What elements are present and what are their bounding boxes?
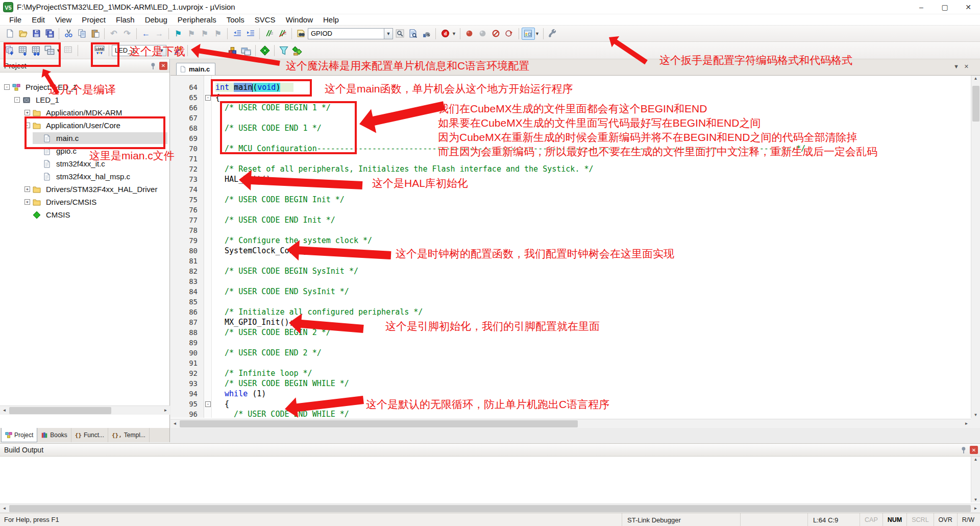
code-line-85[interactable]: 85	[170, 297, 971, 307]
menu-peripherals[interactable]: Peripherals	[173, 14, 222, 25]
menu-tools[interactable]: Tools	[222, 14, 250, 25]
window-layout-icon-dropdown[interactable]: ▼	[535, 31, 540, 36]
tree-item-main-c[interactable]: main.c	[0, 132, 169, 145]
build-icon[interactable]	[16, 44, 30, 57]
window-layout-icon[interactable]	[522, 28, 535, 40]
menu-help[interactable]: Help	[318, 14, 344, 25]
pin-icon[interactable]	[960, 446, 968, 454]
scroll-up-icon[interactable]: ▲	[971, 457, 980, 462]
scroll-right-icon[interactable]: ►	[161, 406, 170, 415]
expand-icon[interactable]: +	[24, 199, 30, 205]
target-dropdown-icon[interactable]: ▼	[158, 45, 166, 56]
code-line-87[interactable]: 87 MX_GPIO_Init();	[170, 317, 971, 327]
code-line-73[interactable]: 73 HAL_Init();	[170, 174, 971, 184]
uncomment-icon[interactable]	[276, 28, 289, 40]
code-line-80[interactable]: 80 SystemClock_Config();	[170, 246, 971, 256]
code-line-82[interactable]: 82 /* USER CODE BEGIN SysInit */	[170, 266, 971, 276]
code-line-94[interactable]: 94 while (1)	[170, 389, 971, 399]
code-line-72[interactable]: 72 /* Reset of all peripherals, Initiali…	[170, 164, 971, 174]
editor-hscrollbar[interactable]: ◄ ►	[170, 419, 971, 428]
expand-icon[interactable]: +	[24, 110, 30, 115]
menu-view[interactable]: View	[50, 14, 77, 25]
paste-icon[interactable]	[88, 28, 102, 40]
stop-build-icon[interactable]	[62, 44, 75, 57]
code-line-91[interactable]: 91	[170, 358, 971, 368]
code-line-81[interactable]: 81	[170, 256, 971, 266]
menu-project[interactable]: Project	[77, 14, 111, 25]
code-line-88[interactable]: 88 /* USER CODE BEGIN 2 */	[170, 327, 971, 338]
previous-bookmark-icon[interactable]: ⚑	[185, 28, 198, 40]
batch-build-icon-dropdown[interactable]: ▼	[56, 48, 61, 53]
tab-list-dropdown-icon[interactable]: ▼	[953, 63, 959, 70]
code-line-83[interactable]: 83	[170, 276, 971, 286]
undo-icon[interactable]: ↶	[107, 28, 120, 40]
collapse-icon[interactable]: -	[14, 97, 20, 103]
scroll-up-icon[interactable]: ▲	[971, 76, 980, 81]
menu-edit[interactable]: Edit	[27, 14, 50, 25]
unindent-icon[interactable]	[230, 28, 243, 40]
code-line-71[interactable]: 71	[170, 154, 971, 164]
project-hscrollbar[interactable]: ◄ ►	[0, 405, 170, 415]
search-input[interactable]	[311, 30, 384, 37]
panel-tab-templ[interactable]: {},Templ...	[108, 428, 150, 442]
debug-gamepad-icon[interactable]	[420, 28, 433, 40]
code-line-84[interactable]: 84 /* USER CODE END SysInit */	[170, 286, 971, 297]
configuration-wrench-icon[interactable]	[546, 28, 559, 40]
open-file-icon[interactable]	[16, 28, 30, 40]
code-line-95[interactable]: 95- {	[170, 399, 971, 409]
panel-tab-funct[interactable]: {}Funct...	[71, 428, 108, 442]
batch-build-icon[interactable]	[43, 44, 56, 57]
code-line-90[interactable]: 90 /* USER CODE END 2 */	[170, 348, 971, 358]
minimize-button[interactable]: –	[910, 0, 933, 14]
kill-breakpoints-icon[interactable]	[489, 28, 503, 40]
panel-tab-books[interactable]: Books	[37, 428, 71, 442]
code-line-70[interactable]: 70 /* MCU Configuration-----------------…	[170, 144, 971, 154]
multi-window-icon[interactable]	[239, 44, 253, 57]
manage-items-icon[interactable]	[226, 44, 239, 57]
next-bookmark-icon[interactable]: ⚑	[198, 28, 211, 40]
disable-breakpoint-icon[interactable]	[476, 28, 489, 40]
find-icon[interactable]	[393, 28, 406, 40]
menu-debug[interactable]: Debug	[140, 14, 173, 25]
collapse-icon[interactable]: -	[4, 84, 10, 90]
load-icon[interactable]: LOAD	[93, 44, 106, 57]
start-stop-debug-icon[interactable]: d	[438, 28, 452, 40]
fold-collapse-icon[interactable]: -	[205, 401, 211, 407]
search-combo[interactable]	[308, 28, 384, 39]
code-line-89[interactable]: 89	[170, 338, 971, 348]
tab-main-c[interactable]: main.c	[176, 63, 215, 75]
tree-item-drivers-cmsis[interactable]: +Drivers/CMSIS	[0, 196, 169, 208]
bookmark-icon[interactable]: ⚑	[172, 28, 185, 40]
maximize-button[interactable]: ▢	[933, 0, 957, 14]
code-line-93[interactable]: 93 /* USER CODE BEGIN WHILE */	[170, 378, 971, 389]
code-line-69[interactable]: 69	[170, 133, 971, 144]
search-dropdown-icon[interactable]: ▼	[384, 28, 393, 39]
menu-window[interactable]: Window	[281, 14, 318, 25]
close-document-icon[interactable]: ✕	[964, 63, 969, 70]
save-icon[interactable]	[30, 28, 43, 40]
code-line-66[interactable]: 66 /* USER CODE BEGIN 1 */	[170, 103, 971, 113]
target-select[interactable]: LED_1	[112, 45, 158, 56]
close-panel-icon[interactable]: ✕	[970, 446, 978, 454]
manage-rte-icon[interactable]	[258, 44, 272, 57]
save-all-icon[interactable]	[43, 28, 56, 40]
breakpoint-icon[interactable]	[463, 28, 476, 40]
code-line-65[interactable]: 65-{	[170, 92, 971, 103]
code-line-96[interactable]: 96 /* USER CODE END WHILE */	[170, 409, 971, 418]
tree-item-cmsis[interactable]: CMSIS	[0, 208, 169, 221]
code-line-79[interactable]: 79 /* Configure the system clock */	[170, 235, 971, 246]
scrollbar-thumb[interactable]	[972, 86, 979, 122]
code-line-74[interactable]: 74	[170, 184, 971, 195]
tree-item-stm32f4xx-hal-msp-c[interactable]: stm32f4xx_hal_msp.c	[0, 170, 169, 183]
scroll-left-icon[interactable]: ◄	[170, 419, 179, 428]
tree-item-application-user-core[interactable]: -Application/User/Core	[0, 119, 169, 132]
menu-svcs[interactable]: SVCS	[250, 14, 281, 25]
scroll-left-icon[interactable]: ◄	[0, 406, 9, 415]
build-output-vscrollbar[interactable]: ▲ ▼	[971, 457, 980, 503]
tree-item-led-1[interactable]: -LED_1	[0, 93, 169, 106]
code-line-64[interactable]: 64int main(void)	[170, 82, 971, 92]
cut-icon[interactable]	[62, 28, 75, 40]
code-line-75[interactable]: 75 /* USER CODE BEGIN Init */	[170, 195, 971, 205]
fold-collapse-icon[interactable]: -	[205, 95, 211, 101]
scroll-down-icon[interactable]: ▼	[971, 497, 980, 502]
